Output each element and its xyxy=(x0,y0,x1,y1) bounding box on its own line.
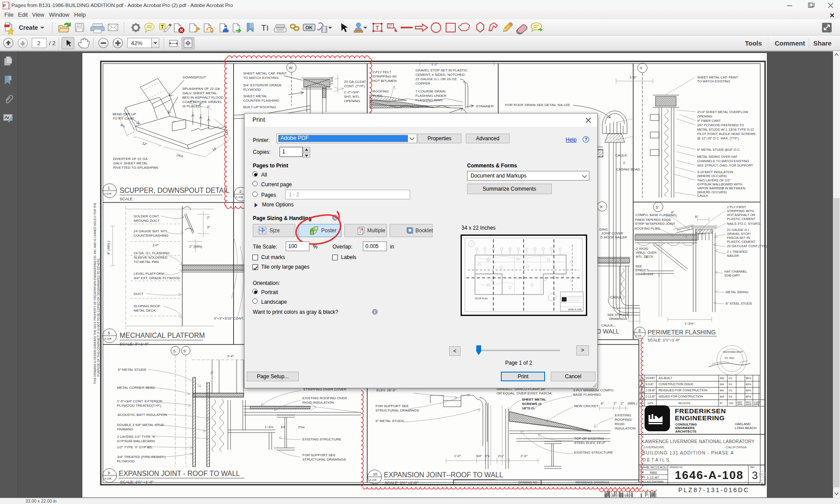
svg-text:BUILDING 131 ADDITION - PHA: BUILDING 131 ADDITION - PHASE A xyxy=(642,450,734,455)
svg-text:FOR ROOF DRAIN SEE DETAIL 5/A-: FOR ROOF DRAIN SEE DETAIL 5/A-105 xyxy=(505,103,570,107)
svg-text:RIGID INSULATION: RIGID INSULATION xyxy=(302,401,334,405)
svg-text:NO. 9903: NO. 9903 xyxy=(725,357,734,359)
svg-text:SCALE: 3″=1′-0″: SCALE: 3″=1′-0″ xyxy=(120,342,149,346)
svg-text:HAT CHANNEL: HAT CHANNEL xyxy=(724,270,747,273)
svg-text:STRUCTURAL DRAWINGS: STRUCTURAL DRAWINGS xyxy=(376,408,419,412)
svg-text:Comment: Comment xyxy=(775,39,805,47)
svg-text:10: 10 xyxy=(373,472,377,476)
svg-text:FS: FS xyxy=(729,395,732,398)
svg-text:DING: DING xyxy=(599,227,608,231)
svg-text:1′-6″: 1′-6″ xyxy=(630,75,637,79)
svg-text:EXISTING STRUCTURE: EXISTING STRUCTURE xyxy=(574,451,613,454)
svg-text:EXISTING STRUCTURE: EXISTING STRUCTURE xyxy=(302,437,341,441)
svg-text:METAL STUDS W/ 1 13/16 TYPE S-: METAL STUDS W/ 1 13/16 TYPE S-12 xyxy=(697,128,754,131)
svg-text:SEE STRUCT. DWG. FOR SUPPORT: SEE STRUCT. DWG. FOR SUPPORT xyxy=(697,163,753,167)
svg-text:COUNTERFLASHING: COUNTERFLASHING xyxy=(134,234,169,238)
svg-text:GALV. SHEET METAL: GALV. SHEET METAL xyxy=(113,161,148,165)
svg-text:S′: S′ xyxy=(656,205,659,209)
svg-text:4″ FIBER CANT: 4″ FIBER CANT xyxy=(697,119,721,123)
svg-text:5: 5 xyxy=(108,331,110,335)
svg-text:BM: BM xyxy=(720,377,724,380)
svg-text:PERIMETER FLASHING: PERIMETER FLASHING xyxy=(648,329,716,336)
svg-text:SHEET METAL CAP. PAINT: SHEET METAL CAP. PAINT xyxy=(243,71,287,75)
svg-text:OAKLAND: OAKLAND xyxy=(735,422,751,426)
svg-text:ROOFING: ROOFING xyxy=(372,89,389,93)
svg-text:PLZ87-131-016DC: PLZ87-131-016DC xyxy=(678,486,750,493)
svg-text:REGISTERED ARCHT: REGISTERED ARCHT xyxy=(723,351,743,353)
svg-text:3″±: 3″± xyxy=(485,454,490,458)
svg-text:T: T xyxy=(261,23,266,32)
svg-text:1′-2″×3/4″: 1′-2″×3/4″ xyxy=(344,90,359,94)
svg-text:T: T xyxy=(376,25,379,31)
svg-text:ARCHITECTS: ARCHITECTS xyxy=(675,429,696,433)
svg-text:JOINT COVER: JOINT COVER xyxy=(601,231,624,235)
svg-text:1: 1 xyxy=(108,186,110,190)
svg-text:AS-BUILT: AS-BUILT xyxy=(659,376,673,380)
svg-text:3/4″: 3/4″ xyxy=(476,454,482,458)
svg-text:4″: 4″ xyxy=(671,210,674,214)
svg-text:SEE: SEE xyxy=(635,264,642,268)
svg-text:STRUCT.: STRUCT. xyxy=(635,268,649,272)
svg-text:APPR: APPR xyxy=(737,404,743,406)
svg-text:ROOF PLAN: ROOF PLAN xyxy=(475,297,488,300)
svg-text:D WOOD NAILER: D WOOD NAILER xyxy=(600,235,627,239)
svg-text:STRIPPING WITH: STRIPPING WITH xyxy=(727,209,754,213)
svg-text:EXISTING: EXISTING xyxy=(615,413,631,417)
svg-text:CASING BEAD: CASING BEAD xyxy=(616,167,640,171)
svg-text:BPN: BPN xyxy=(746,377,751,380)
svg-text:REV: REV xyxy=(750,466,755,469)
svg-text:Y: Y xyxy=(640,66,642,71)
svg-text:RIVETTED TO SPLASHPAN: RIVETTED TO SPLASHPAN xyxy=(113,166,158,170)
svg-text:1′-0″: 1′-0″ xyxy=(454,454,461,458)
svg-text:22 GAUGE G.I. OR 16 OZ.: 22 GAUGE G.I. OR 16 OZ. xyxy=(415,77,457,81)
svg-text:O WALL: O WALL xyxy=(596,328,620,335)
svg-text:1/2″ TYPE ′X′ GYP BD.: 1/2″ TYPE ′X′ GYP BD. xyxy=(117,445,153,449)
svg-text:BED IN ASPHALT FLOOD: BED IN ASPHALT FLOOD xyxy=(182,96,223,99)
svg-text:GRAVEL STOP/: GRAVEL STOP/ xyxy=(727,232,751,236)
svg-text:BEND PAN UP: BEND PAN UP xyxy=(113,112,136,116)
svg-text:@ 12″-15″ O.C. MAX. (TYP.): @ 12″-15″ O.C. MAX. (TYP.) xyxy=(697,136,739,140)
svg-text:TO FIT CANT: TO FIT CANT xyxy=(113,117,134,121)
svg-text:METAL SIDING: METAL SIDING xyxy=(726,290,748,294)
svg-text:24 GAUGE SHT. MTL.: 24 GAUGE SHT. MTL. xyxy=(134,229,169,233)
svg-text:DUCT: DUCT xyxy=(134,292,143,296)
svg-text:DRAWINGS: DRAWINGS xyxy=(609,317,627,321)
svg-text:4″×4″ SHEET METAL OVERFLOW: 4″×4″ SHEET METAL OVERFLOW xyxy=(697,110,748,114)
svg-text:SUB-GIRT: SUB-GIRT xyxy=(724,273,740,277)
svg-text:2: 2 xyxy=(239,189,241,194)
svg-text:DIVERTER OF 22 GA.: DIVERTER OF 22 GA. xyxy=(113,157,149,161)
svg-text:FASCIA SET IN: FASCIA SET IN xyxy=(727,236,750,240)
svg-text:Share: Share xyxy=(813,39,832,47)
svg-text:PURPOSE OF THIS CONTRACT. IT I: PURPOSE OF THIS CONTRACT. IT IS NOT TO B… xyxy=(97,258,100,376)
svg-text:TWO LAYERS OF 1/2″: TWO LAYERS OF 1/2″ xyxy=(697,178,731,182)
svg-text:FLASHING UNDER: FLASHING UNDER xyxy=(415,94,447,98)
svg-text:2″: 2″ xyxy=(210,371,213,375)
svg-text:METAL CORNER BEAD: METAL CORNER BEAD xyxy=(117,386,155,390)
svg-text:HOT ASPHALT OR: HOT ASPHALT OR xyxy=(727,213,755,217)
svg-text:ELEV. 26′-3″: ELEV. 26′-3″ xyxy=(376,388,396,392)
svg-text:3-19 BATT INSULATION: 3-19 BATT INSULATION xyxy=(697,170,733,174)
svg-text:1′-2″: 1′-2″ xyxy=(431,62,438,66)
svg-text:CONSTRUCTION ISSUE: CONSTRUCTION ISSUE xyxy=(659,383,694,386)
svg-text:6″ METAL STUDS @16″ O.C.: 6″ METAL STUDS @16″ O.C. xyxy=(697,148,741,152)
svg-text:DATE: DATE xyxy=(648,402,654,405)
svg-text:PLASTIC CEMENT: PLASTIC CEMENT xyxy=(727,240,755,244)
svg-text:1′-0″×3/4″ CONT. EXTERIOR: 1′-0″×3/4″ CONT. EXTERIOR xyxy=(117,399,163,403)
svg-text:1-12-87: 1-12-87 xyxy=(645,395,656,398)
svg-text:DETAILS: DETAILS xyxy=(642,457,670,462)
svg-text:STRUCTURAL DRAWINGS: STRUCTURAL DRAWINGS xyxy=(302,458,346,461)
svg-text:BPN: BPN xyxy=(746,383,751,386)
svg-text:LIVERMORE: LIVERMORE xyxy=(644,445,664,449)
svg-text:/ 2: / 2 xyxy=(49,40,55,46)
svg-text:8″ (MIN.): 8″ (MIN.) xyxy=(106,241,110,255)
svg-text:SHEET METAL: SHEET METAL xyxy=(243,94,267,98)
svg-text:REFERENCE DRAWINGS: REFERENCE DRAWINGS xyxy=(575,481,610,484)
svg-text:W: W xyxy=(289,66,293,70)
svg-text:?: ? xyxy=(585,137,588,142)
svg-text:ENGR: ENGR xyxy=(746,404,752,406)
svg-text:CHANNELS TO MATCH EXISTING: CHANNELS TO MATCH EXISTING xyxy=(697,159,749,163)
svg-text:2 PLY FIRST: 2 PLY FIRST xyxy=(727,205,746,209)
svg-text:18″O.C.: 18″O.C. xyxy=(522,406,535,410)
svg-text:FRAMING: FRAMING xyxy=(117,427,133,431)
svg-text:ENGINEERING: ENGINEERING xyxy=(675,414,725,422)
